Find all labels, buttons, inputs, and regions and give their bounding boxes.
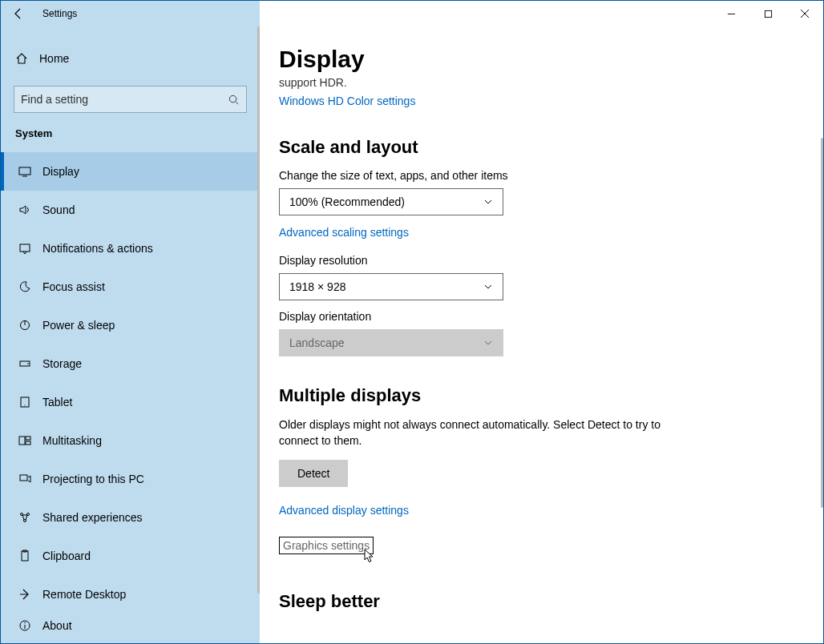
sidebar-item-label: Shared experiences (42, 511, 143, 524)
sidebar-item-label: Power & sleep (42, 319, 115, 332)
monitor-icon (18, 165, 42, 178)
search-input[interactable] (21, 93, 228, 106)
maximize-icon (764, 10, 773, 18)
sidebar-item-label: Sound (42, 203, 75, 216)
svg-rect-17 (26, 441, 30, 445)
sidebar-item-label: Multitasking (42, 434, 102, 447)
minimize-icon (727, 10, 736, 18)
sidebar-item-label: Tablet (42, 396, 72, 409)
scale-label: Change the size of text, apps, and other… (279, 169, 791, 182)
advanced-display-link[interactable]: Advanced display settings (279, 504, 409, 517)
sidebar-item-label: Notifications & actions (42, 242, 153, 255)
resolution-label: Display resolution (279, 254, 791, 267)
svg-point-4 (229, 95, 236, 102)
sidebar-item-label: Focus assist (42, 280, 105, 293)
sidebar-item-about[interactable]: About (1, 614, 260, 638)
scale-layout-heading: Scale and layout (279, 137, 791, 158)
graphics-settings-link[interactable]: Graphics settings (279, 537, 374, 554)
multitask-icon (18, 434, 42, 447)
close-icon (800, 9, 810, 18)
sidebar-item-label: Projecting to this PC (42, 473, 144, 485)
svg-rect-16 (26, 437, 30, 440)
orientation-value: Landscape (289, 336, 345, 349)
cursor-icon (364, 549, 377, 565)
sidebar-item-storage[interactable]: Storage (1, 344, 260, 383)
home-nav[interactable]: Home (1, 42, 260, 74)
sidebar-item-sound[interactable]: Sound (1, 191, 260, 229)
sidebar-item-power-sleep[interactable]: Power & sleep (1, 306, 260, 344)
sidebar-item-label: Clipboard (42, 549, 91, 562)
category-label: System (1, 127, 260, 139)
back-button[interactable] (1, 1, 36, 26)
orientation-label: Display orientation (279, 310, 791, 323)
svg-rect-22 (22, 551, 28, 561)
sidebar-item-remote-desktop[interactable]: Remote Desktop (1, 575, 260, 614)
resolution-combobox[interactable]: 1918 × 928 (279, 273, 503, 300)
sidebar-item-label: Remote Desktop (42, 588, 126, 601)
maximize-button[interactable] (749, 1, 786, 26)
multiple-displays-text: Older displays might not always connect … (279, 417, 664, 449)
scale-value: 100% (Recommended) (289, 195, 405, 208)
resolution-value: 1918 × 928 (289, 280, 345, 293)
main-content: Display support HDR. Windows HD Color se… (260, 26, 823, 643)
sidebar-item-tablet[interactable]: Tablet (1, 383, 260, 421)
svg-rect-6 (19, 167, 30, 175)
hdr-settings-link[interactable]: Windows HD Color settings (279, 95, 415, 107)
chevron-down-icon (483, 197, 493, 207)
home-icon (15, 52, 39, 65)
titlebar: Settings (1, 1, 823, 26)
svg-rect-15 (19, 437, 25, 445)
tablet-icon (18, 396, 42, 409)
notification-icon (18, 242, 42, 255)
svg-rect-18 (20, 475, 27, 481)
moon-icon (18, 280, 42, 293)
close-button[interactable] (786, 1, 823, 26)
sidebar-item-notifications[interactable]: Notifications & actions (1, 229, 260, 268)
shared-icon (18, 511, 42, 524)
multiple-displays-heading: Multiple displays (279, 385, 791, 406)
advanced-scaling-link[interactable]: Advanced scaling settings (279, 226, 409, 239)
svg-point-12 (27, 363, 29, 364)
home-label: Home (39, 52, 69, 65)
search-icon (228, 94, 240, 106)
minimize-button[interactable] (713, 1, 749, 26)
svg-point-27 (24, 622, 25, 623)
arrow-left-icon (12, 7, 25, 20)
sidebar-item-projecting[interactable]: Projecting to this PC (1, 460, 260, 498)
sidebar-item-clipboard[interactable]: Clipboard (1, 537, 260, 575)
window-title: Settings (42, 8, 77, 19)
project-icon (18, 473, 42, 485)
sidebar-item-shared-experiences[interactable]: Shared experiences (1, 498, 260, 537)
hdr-note: support HDR. (279, 76, 791, 89)
remote-icon (18, 588, 42, 601)
detect-button[interactable]: Detect (279, 460, 348, 487)
chevron-down-icon (483, 338, 493, 348)
svg-point-14 (24, 405, 25, 405)
sidebar-item-multitasking[interactable]: Multitasking (1, 421, 260, 460)
svg-rect-8 (20, 244, 30, 252)
sleep-better-heading: Sleep better (279, 591, 791, 612)
main-scrollbar[interactable] (821, 26, 823, 643)
sidebar-item-focus-assist[interactable]: Focus assist (1, 268, 260, 306)
chevron-down-icon (483, 282, 493, 292)
storage-icon (18, 357, 42, 370)
search-box[interactable] (14, 86, 247, 113)
sidebar-item-label: Display (42, 165, 79, 178)
sidebar: Home System Display Sound Notifications … (1, 26, 260, 643)
about-icon (18, 619, 42, 632)
sound-icon (18, 203, 42, 216)
orientation-combobox: Landscape (279, 329, 503, 356)
svg-rect-1 (765, 10, 771, 17)
sidebar-item-label: About (42, 619, 72, 632)
sidebar-item-display[interactable]: Display (1, 152, 260, 191)
power-icon (18, 319, 42, 332)
clipboard-icon (18, 549, 42, 562)
page-title: Display (279, 46, 791, 73)
sidebar-item-label: Storage (42, 357, 82, 370)
svg-line-5 (236, 101, 238, 103)
scale-combobox[interactable]: 100% (Recommended) (279, 188, 503, 215)
